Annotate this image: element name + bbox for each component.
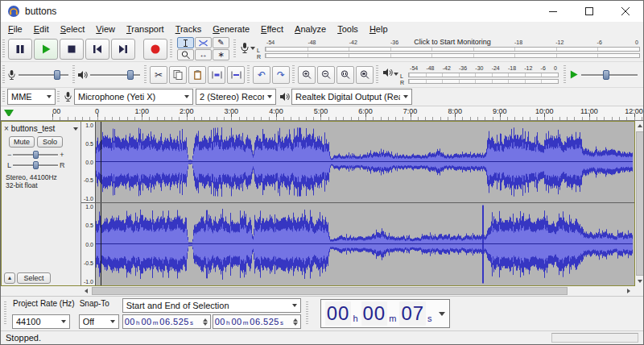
toolbar-grip[interactable] xyxy=(170,39,173,58)
vertical-ruler[interactable]: 1.00.50.0-0.5-1.0 xyxy=(81,203,96,285)
timeshift-tool-button[interactable]: ↔ xyxy=(195,49,212,60)
track-title[interactable]: buttons_test xyxy=(11,124,68,133)
menu-item[interactable]: Tracks xyxy=(170,24,208,34)
selection-end-field[interactable]: 00h 00m 06.525s xyxy=(213,314,301,329)
toolbar-grip[interactable] xyxy=(4,301,7,326)
meter-menu-arrow-icon[interactable] xyxy=(250,45,256,52)
spinner-arrows-icon[interactable] xyxy=(293,318,299,326)
playback-meter-body[interactable]: -54-48-42-36-30-24-18-12-60 xyxy=(407,64,559,87)
zoom-in-button[interactable] xyxy=(298,66,316,84)
playback-meter[interactable]: LR -54-48-42-36-30-24-18-12-60 xyxy=(381,63,562,87)
track-select-button[interactable]: Select xyxy=(17,272,51,284)
timeline-options-button[interactable] xyxy=(3,108,14,118)
playback-volume-slider[interactable] xyxy=(90,69,140,81)
audio-position-display[interactable]: 00h 00m 07s xyxy=(320,299,450,328)
menu-item[interactable]: Tools xyxy=(332,24,364,34)
play-button[interactable] xyxy=(34,39,58,60)
gain-slider[interactable] xyxy=(13,150,58,160)
close-button[interactable] xyxy=(607,1,643,22)
waveform-right-channel[interactable] xyxy=(96,203,633,285)
spinner-arrows-icon[interactable] xyxy=(203,318,208,326)
toolbar-grip[interactable] xyxy=(72,65,76,84)
slider-thumb[interactable] xyxy=(127,70,134,80)
play-at-speed-slider[interactable] xyxy=(581,69,638,81)
selection-tool-button[interactable] xyxy=(177,37,194,48)
recording-volume-slider[interactable] xyxy=(19,69,68,81)
menu-item[interactable]: Transport xyxy=(121,24,170,34)
recording-device-select[interactable]: Microphone (Yeti X) xyxy=(74,89,193,105)
zoom-out-button[interactable] xyxy=(317,66,335,84)
scroll-down-arrow[interactable] xyxy=(635,276,644,286)
minimize-button[interactable] xyxy=(535,1,571,22)
waveform-left-channel[interactable] xyxy=(96,122,633,202)
meter-menu-arrow-icon[interactable] xyxy=(393,71,399,77)
skip-to-start-button[interactable] xyxy=(85,39,109,60)
fit-selection-button[interactable] xyxy=(336,66,354,84)
menu-item[interactable]: Effect xyxy=(255,24,289,34)
menu-item[interactable]: Select xyxy=(55,24,91,34)
toolbar-grip[interactable] xyxy=(292,65,295,84)
vertical-ruler[interactable]: 1.00.50.0-0.5-1.0 xyxy=(81,122,96,202)
recording-channels-select[interactable]: 2 (Stereo) Recor... xyxy=(196,89,276,105)
horizontal-scroll-thumb[interactable] xyxy=(92,287,568,295)
slider-thumb[interactable] xyxy=(33,151,39,159)
paste-button[interactable] xyxy=(188,66,206,84)
silence-audio-button[interactable] xyxy=(227,66,245,84)
chevron-down-icon[interactable] xyxy=(439,312,445,316)
cut-button[interactable]: ✂ xyxy=(150,66,167,84)
maximize-button[interactable] xyxy=(571,1,607,22)
menu-item[interactable]: Generate xyxy=(207,24,255,34)
record-button[interactable] xyxy=(143,39,167,60)
toolbar-grip[interactable] xyxy=(233,39,237,58)
pan-slider[interactable] xyxy=(13,160,58,170)
toolbar-grip[interactable] xyxy=(2,65,6,84)
scroll-left-arrow[interactable] xyxy=(81,286,91,296)
recording-meter[interactable]: LR -54-48-42-36-30-24-18-12-60 Click to … xyxy=(238,37,643,61)
toolbar-grip[interactable] xyxy=(564,65,567,84)
menu-item[interactable]: View xyxy=(90,24,121,34)
fit-project-button[interactable] xyxy=(356,66,374,84)
copy-button[interactable] xyxy=(169,66,187,84)
skip-to-end-button[interactable] xyxy=(111,39,135,60)
recording-meter-body[interactable]: -54-48-42-36-30-24-18-12-60 Click to Sta… xyxy=(264,39,641,61)
track-close-button[interactable]: × xyxy=(4,125,9,133)
scroll-right-arrow[interactable] xyxy=(624,286,634,296)
toolbar-grip[interactable] xyxy=(247,65,250,84)
toolbar-grip[interactable] xyxy=(57,91,60,102)
selection-start-field[interactable]: 00h 00m 06.525s xyxy=(122,314,211,329)
undo-button[interactable]: ↶ xyxy=(253,66,270,84)
multi-tool-button[interactable]: ∗ xyxy=(213,49,229,60)
track-menu-arrow-icon[interactable] xyxy=(70,127,78,131)
selection-mode-select[interactable]: Start and End of Selection xyxy=(122,298,301,313)
toolbar-grip[interactable] xyxy=(2,39,6,58)
envelope-tool-button[interactable] xyxy=(195,37,212,48)
menu-item[interactable]: Help xyxy=(364,24,394,34)
menu-item[interactable]: Edit xyxy=(28,24,55,34)
timeline-ruler[interactable]: -1:0001:002:003:004:005:006:007:008:009:… xyxy=(1,106,643,121)
collapse-track-button[interactable]: ▴ xyxy=(4,272,15,284)
horizontal-scrollbar[interactable] xyxy=(81,286,634,296)
toolbar-grip[interactable] xyxy=(306,301,309,326)
redo-button[interactable]: ↷ xyxy=(272,66,290,84)
trim-audio-button[interactable] xyxy=(208,66,225,84)
toolbar-grip[interactable] xyxy=(144,65,147,84)
audio-host-select[interactable]: MME xyxy=(7,89,56,105)
zoom-tool-button[interactable] xyxy=(177,49,194,60)
stop-button[interactable] xyxy=(60,39,84,60)
play-at-speed-icon[interactable] xyxy=(568,69,579,80)
solo-button[interactable]: Solo xyxy=(37,136,63,148)
vertical-scrollbar[interactable] xyxy=(635,121,644,286)
menu-item[interactable]: File xyxy=(2,24,28,34)
draw-tool-button[interactable]: ✎ xyxy=(213,37,229,48)
slider-thumb[interactable] xyxy=(54,70,60,80)
pause-button[interactable] xyxy=(8,39,32,60)
mute-button[interactable]: Mute xyxy=(9,136,35,148)
toolbar-grip[interactable] xyxy=(2,91,6,102)
slider-thumb[interactable] xyxy=(33,161,39,169)
toolbar-grip[interactable] xyxy=(376,65,379,84)
scroll-up-arrow[interactable] xyxy=(635,121,644,131)
monitoring-hint[interactable]: Click to Start Monitoring xyxy=(407,38,497,47)
menu-item[interactable]: Analyze xyxy=(289,24,332,34)
playback-device-select[interactable]: Realtek Digital Output (Real xyxy=(291,89,412,105)
project-rate-select[interactable]: 44100 xyxy=(12,314,70,329)
